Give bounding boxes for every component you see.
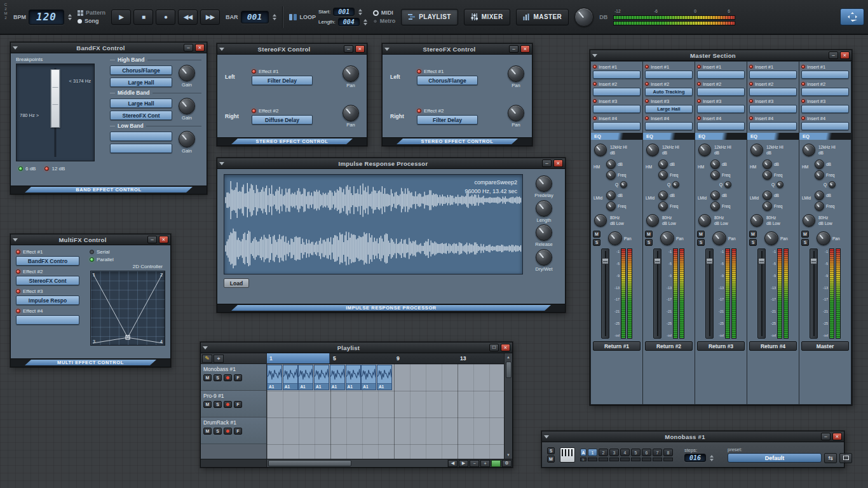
eq-hm-q-knob[interactable] xyxy=(724,181,731,188)
insert-led[interactable] xyxy=(697,99,701,103)
insert-led[interactable] xyxy=(697,116,701,120)
eq-low-knob[interactable] xyxy=(750,214,763,227)
insert-slot[interactable] xyxy=(697,88,745,96)
select-tool-button[interactable]: ⌖ xyxy=(214,355,224,363)
breakpoints-panel[interactable]: < 3174 Hz 780 Hz > xyxy=(16,64,95,161)
pattern-select-button[interactable]: 1 xyxy=(588,449,597,456)
collapse-icon[interactable] xyxy=(592,54,597,57)
strip-mute-button[interactable]: M xyxy=(697,231,705,238)
effect-led[interactable] xyxy=(417,69,421,74)
scroll-left-button[interactable]: ◀ xyxy=(448,460,458,467)
pattern-cell[interactable] xyxy=(663,458,673,461)
effect-slot[interactable]: StereoFX Cont xyxy=(110,111,172,120)
track-name[interactable]: Pro-9 #1 xyxy=(203,393,264,399)
track-lane[interactable] xyxy=(267,391,504,417)
master-titlebar[interactable]: Master Section – × xyxy=(590,50,851,61)
play-button[interactable]: ▶ xyxy=(111,10,131,25)
drywet-knob[interactable] xyxy=(536,249,552,266)
playlist-button[interactable]: PLAYLIST xyxy=(401,9,458,25)
insert-led[interactable] xyxy=(801,116,805,120)
track-record-button[interactable] xyxy=(224,428,232,435)
gain-knob[interactable] xyxy=(179,131,195,147)
keyboard-editor-button[interactable] xyxy=(560,447,575,463)
pattern-select-button[interactable]: 6 xyxy=(642,449,651,456)
effect-led[interactable] xyxy=(16,269,20,274)
eq-hm-freq-knob[interactable] xyxy=(763,170,772,180)
insert-led[interactable] xyxy=(749,82,753,86)
pan-knob[interactable] xyxy=(660,231,674,245)
effect-led[interactable] xyxy=(252,69,256,74)
pan-knob[interactable] xyxy=(342,65,359,82)
collapse-icon[interactable] xyxy=(13,238,18,241)
eq-hm-freq-knob[interactable] xyxy=(658,170,668,180)
insert-led[interactable] xyxy=(645,116,649,120)
collapse-icon[interactable] xyxy=(13,46,18,50)
snap-toggle-button[interactable] xyxy=(491,460,501,467)
collapse-icon[interactable] xyxy=(219,48,224,51)
bar-display[interactable]: 001 xyxy=(241,11,269,24)
pattern-select-button[interactable]: 3 xyxy=(609,449,619,456)
xy-controller[interactable]: 1 2 3 4 xyxy=(90,271,165,346)
record-button[interactable]: ● xyxy=(156,10,175,25)
insert-slot[interactable] xyxy=(801,105,849,113)
volume-fader[interactable] xyxy=(757,248,766,339)
eq-hm-q-knob[interactable] xyxy=(829,181,836,188)
collapse-icon[interactable] xyxy=(384,48,390,51)
stereofx2-titlebar[interactable]: StereoFX Control – × xyxy=(383,44,532,55)
track-name[interactable]: Monobass #1 xyxy=(203,366,264,372)
minimize-button[interactable]: – xyxy=(509,45,519,53)
insert-slot[interactable] xyxy=(801,71,849,79)
eq-hm-q-knob[interactable] xyxy=(620,181,627,188)
steps-display[interactable]: 016 xyxy=(684,454,706,462)
pattern-select-button[interactable]: 8 xyxy=(663,449,673,456)
eq-low-knob[interactable] xyxy=(646,214,659,227)
pan-knob[interactable] xyxy=(508,105,524,121)
scrollbar-thumb[interactable] xyxy=(506,362,512,378)
eq-lmid-freq-knob[interactable] xyxy=(710,201,720,211)
collapse-icon[interactable] xyxy=(219,162,224,165)
insert-slot[interactable] xyxy=(749,105,797,113)
eq-hm-db-knob[interactable] xyxy=(815,159,824,169)
effect-slot[interactable]: StereoFX Cont xyxy=(16,276,79,285)
volume-fader[interactable] xyxy=(653,248,661,339)
serial-radio[interactable]: Serial xyxy=(90,249,165,255)
strip-mute-button[interactable]: M xyxy=(749,231,757,238)
loop-start-spinner[interactable] xyxy=(358,9,362,15)
xy-handle[interactable] xyxy=(126,336,130,340)
eq-hi-knob[interactable] xyxy=(698,144,711,156)
close-button[interactable]: × xyxy=(159,236,168,243)
stereofx1-titlebar[interactable]: StereoFX Control – × xyxy=(217,44,367,55)
slope-12db-radio[interactable]: 12 dB xyxy=(44,166,65,172)
detail-view-button[interactable] xyxy=(839,453,852,463)
track-record-button[interactable] xyxy=(224,401,232,408)
minimize-button[interactable]: – xyxy=(542,159,552,167)
effect-slot[interactable] xyxy=(110,132,172,141)
insert-led[interactable] xyxy=(749,65,753,69)
load-button[interactable]: Load xyxy=(224,278,249,288)
insert-slot[interactable] xyxy=(645,122,693,130)
strip-name[interactable]: Return #1 xyxy=(593,341,641,351)
strip-solo-button[interactable]: S xyxy=(697,239,705,246)
eq-lmid-freq-knob[interactable] xyxy=(606,201,616,211)
insert-led[interactable] xyxy=(593,99,597,103)
pattern-cell[interactable] xyxy=(620,458,630,461)
main-volume-knob[interactable] xyxy=(574,8,593,27)
fader-handle[interactable] xyxy=(758,258,765,264)
pattern-select-button[interactable]: 4 xyxy=(620,449,630,456)
insert-led[interactable] xyxy=(645,65,649,69)
strip-name[interactable]: Return #4 xyxy=(749,341,797,351)
close-button[interactable]: × xyxy=(355,45,365,53)
strip-solo-button[interactable]: S xyxy=(749,239,757,246)
release-knob[interactable] xyxy=(536,224,552,241)
pattern-clip[interactable]: A1 xyxy=(330,365,345,390)
playlist-grid[interactable]: A1A1A1A1A1A1A1A1 xyxy=(267,364,504,459)
pattern-cell[interactable] xyxy=(609,458,619,461)
loop-region[interactable] xyxy=(267,353,330,363)
pan-knob[interactable] xyxy=(764,231,778,245)
draw-tool-button[interactable]: ✎ xyxy=(202,355,212,363)
insert-led[interactable] xyxy=(697,65,701,69)
scrollbar-thumb[interactable] xyxy=(268,460,351,466)
collapse-icon[interactable] xyxy=(203,346,208,349)
rewind-button[interactable]: ◀◀ xyxy=(178,10,198,25)
breakpoint-slider[interactable] xyxy=(51,69,60,128)
